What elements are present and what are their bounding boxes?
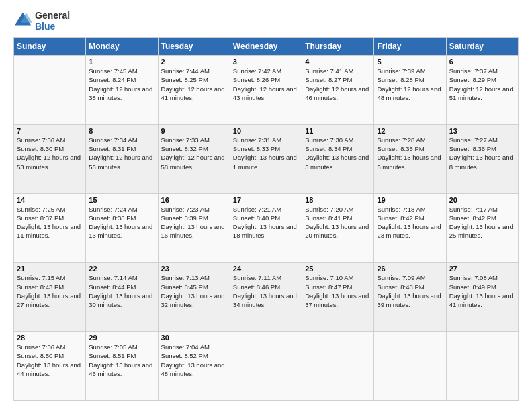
header-tuesday: Tuesday: [158, 38, 230, 56]
day-number: 11: [305, 127, 371, 135]
sunset-text: Sunset: 8:34 PM: [305, 144, 371, 153]
header-monday: Monday: [86, 38, 158, 56]
sunrise-text: Sunrise: 7:27 AM: [449, 136, 515, 144]
sunset-text: Sunset: 8:35 PM: [377, 144, 443, 153]
daylight-text: Daylight: 13 hours and 37 minutes.: [305, 291, 371, 310]
day-number: 4: [305, 58, 371, 66]
day-cell: 28Sunrise: 7:06 AMSunset: 8:50 PMDayligh…: [14, 332, 86, 401]
day-cell: [14, 56, 86, 125]
sunset-text: Sunset: 8:51 PM: [89, 351, 154, 360]
sunrise-text: Sunrise: 7:09 AM: [377, 273, 443, 282]
day-info: Sunrise: 7:18 AMSunset: 8:42 PMDaylight:…: [377, 205, 443, 240]
day-number: 10: [233, 127, 299, 135]
week-row-0: 1Sunrise: 7:45 AMSunset: 8:24 PMDaylight…: [14, 56, 519, 125]
day-number: 7: [17, 127, 83, 135]
day-info: Sunrise: 7:25 AMSunset: 8:37 PMDaylight:…: [17, 205, 83, 240]
day-number: 1: [89, 58, 154, 66]
day-info: Sunrise: 7:37 AMSunset: 8:29 PMDaylight:…: [449, 66, 515, 102]
sunset-text: Sunset: 8:43 PM: [17, 283, 83, 291]
header-thursday: Thursday: [302, 38, 374, 56]
day-cell: 2Sunrise: 7:44 AMSunset: 8:25 PMDaylight…: [158, 56, 230, 125]
daylight-text: Daylight: 13 hours and 48 minutes.: [161, 361, 227, 379]
day-cell: 30Sunrise: 7:04 AMSunset: 8:52 PMDayligh…: [158, 332, 230, 401]
day-number: 20: [449, 196, 515, 204]
sunrise-text: Sunrise: 7:08 AM: [449, 273, 515, 282]
sunrise-text: Sunrise: 7:13 AM: [161, 273, 227, 282]
day-cell: 24Sunrise: 7:11 AMSunset: 8:46 PMDayligh…: [230, 263, 302, 332]
sunset-text: Sunset: 8:36 PM: [449, 144, 515, 153]
day-number: 21: [17, 265, 83, 273]
day-cell: [302, 332, 374, 401]
sunrise-text: Sunrise: 7:04 AM: [161, 342, 227, 351]
day-cell: 1Sunrise: 7:45 AMSunset: 8:24 PMDaylight…: [86, 56, 158, 125]
sunrise-text: Sunrise: 7:10 AM: [305, 273, 371, 282]
sunrise-text: Sunrise: 7:30 AM: [305, 136, 371, 144]
day-info: Sunrise: 7:42 AMSunset: 8:26 PMDaylight:…: [233, 66, 299, 102]
day-cell: 21Sunrise: 7:15 AMSunset: 8:43 PMDayligh…: [14, 263, 86, 332]
sunset-text: Sunset: 8:31 PM: [89, 144, 154, 153]
sunrise-text: Sunrise: 7:23 AM: [161, 205, 227, 214]
day-cell: 20Sunrise: 7:17 AMSunset: 8:42 PMDayligh…: [446, 193, 518, 263]
day-number: 18: [305, 196, 371, 204]
daylight-text: Daylight: 13 hours and 25 minutes.: [449, 222, 515, 240]
logo-text: General Blue: [35, 10, 70, 32]
day-number: 22: [89, 265, 154, 273]
day-info: Sunrise: 7:17 AMSunset: 8:42 PMDaylight:…: [449, 205, 515, 240]
sunset-text: Sunset: 8:49 PM: [449, 283, 515, 291]
day-info: Sunrise: 7:33 AMSunset: 8:32 PMDaylight:…: [161, 136, 227, 171]
week-row-3: 21Sunrise: 7:15 AMSunset: 8:43 PMDayligh…: [14, 263, 519, 332]
sunrise-text: Sunrise: 7:24 AM: [89, 205, 154, 214]
day-number: 29: [89, 334, 154, 342]
sunset-text: Sunset: 8:24 PM: [89, 75, 154, 84]
day-number: 12: [377, 127, 443, 135]
day-info: Sunrise: 7:36 AMSunset: 8:30 PMDaylight:…: [17, 136, 83, 171]
day-cell: 4Sunrise: 7:41 AMSunset: 8:27 PMDaylight…: [302, 56, 374, 125]
sunset-text: Sunset: 8:25 PM: [161, 75, 227, 84]
day-info: Sunrise: 7:15 AMSunset: 8:43 PMDaylight:…: [17, 273, 83, 309]
sunrise-text: Sunrise: 7:18 AM: [377, 205, 443, 214]
daylight-text: Daylight: 12 hours and 56 minutes.: [89, 153, 154, 171]
daylight-text: Daylight: 13 hours and 16 minutes.: [161, 222, 227, 240]
day-cell: [446, 332, 518, 401]
day-number: 17: [233, 196, 299, 204]
day-cell: 13Sunrise: 7:27 AMSunset: 8:36 PMDayligh…: [446, 124, 518, 193]
day-number: 6: [449, 58, 515, 66]
day-cell: 3Sunrise: 7:42 AMSunset: 8:26 PMDaylight…: [230, 56, 302, 125]
day-info: Sunrise: 7:34 AMSunset: 8:31 PMDaylight:…: [89, 136, 154, 171]
day-info: Sunrise: 7:13 AMSunset: 8:45 PMDaylight:…: [161, 273, 227, 309]
day-cell: 5Sunrise: 7:39 AMSunset: 8:28 PMDaylight…: [374, 56, 446, 125]
sunrise-text: Sunrise: 7:45 AM: [89, 66, 154, 75]
day-info: Sunrise: 7:14 AMSunset: 8:44 PMDaylight:…: [89, 273, 154, 309]
day-info: Sunrise: 7:09 AMSunset: 8:48 PMDaylight:…: [377, 273, 443, 309]
header-sunday: Sunday: [14, 38, 86, 56]
sunset-text: Sunset: 8:41 PM: [305, 214, 371, 222]
day-number: 27: [449, 265, 515, 273]
sunrise-text: Sunrise: 7:06 AM: [17, 342, 83, 351]
day-number: 2: [161, 58, 227, 66]
sunrise-text: Sunrise: 7:41 AM: [305, 66, 371, 75]
sunset-text: Sunset: 8:46 PM: [233, 283, 299, 291]
day-cell: 29Sunrise: 7:05 AMSunset: 8:51 PMDayligh…: [86, 332, 158, 401]
day-info: Sunrise: 7:30 AMSunset: 8:34 PMDaylight:…: [305, 136, 371, 171]
day-info: Sunrise: 7:31 AMSunset: 8:33 PMDaylight:…: [233, 136, 299, 171]
day-cell: 11Sunrise: 7:30 AMSunset: 8:34 PMDayligh…: [302, 124, 374, 193]
day-cell: 23Sunrise: 7:13 AMSunset: 8:45 PMDayligh…: [158, 263, 230, 332]
day-cell: 22Sunrise: 7:14 AMSunset: 8:44 PMDayligh…: [86, 263, 158, 332]
sunrise-text: Sunrise: 7:37 AM: [449, 66, 515, 75]
day-number: 26: [377, 265, 443, 273]
day-number: 8: [89, 127, 154, 135]
day-cell: 27Sunrise: 7:08 AMSunset: 8:49 PMDayligh…: [446, 263, 518, 332]
sunset-text: Sunset: 8:30 PM: [17, 144, 83, 153]
calendar-table: SundayMondayTuesdayWednesdayThursdayFrid…: [13, 37, 519, 401]
sunset-text: Sunset: 8:42 PM: [449, 214, 515, 222]
day-number: 28: [17, 334, 83, 342]
sunset-text: Sunset: 8:32 PM: [161, 144, 227, 153]
day-info: Sunrise: 7:27 AMSunset: 8:36 PMDaylight:…: [449, 136, 515, 171]
sunset-text: Sunset: 8:50 PM: [17, 351, 83, 360]
day-info: Sunrise: 7:24 AMSunset: 8:38 PMDaylight:…: [89, 205, 154, 240]
day-number: 24: [233, 265, 299, 273]
day-cell: 16Sunrise: 7:23 AMSunset: 8:39 PMDayligh…: [158, 193, 230, 263]
day-info: Sunrise: 7:45 AMSunset: 8:24 PMDaylight:…: [89, 66, 154, 102]
daylight-text: Daylight: 13 hours and 3 minutes.: [305, 153, 371, 171]
daylight-text: Daylight: 13 hours and 27 minutes.: [17, 291, 83, 310]
